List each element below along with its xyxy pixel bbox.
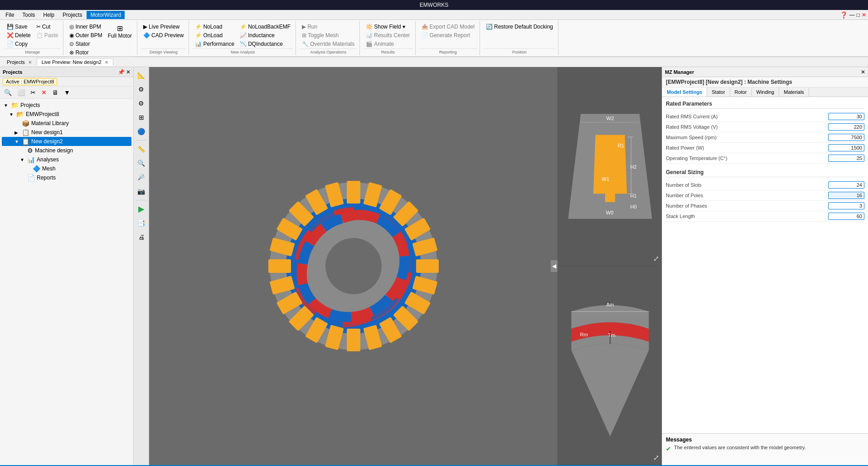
vtool-grid[interactable]: ⊞ [135, 111, 148, 124]
menu-motorwizard[interactable]: MotorWizard [87, 11, 125, 19]
show-field-button[interactable]: 🔆Show Field ▾ [364, 23, 412, 31]
panel-more-btn[interactable]: ▼ [62, 88, 73, 97]
expand-analyses[interactable]: ▼ [20, 157, 25, 162]
left-panel-pin[interactable]: 📌 [118, 69, 125, 75]
tree-new-design2[interactable]: ▼ 📋 New design2 [2, 137, 131, 146]
tree-material-library[interactable]: 📦 Material Library [2, 119, 131, 128]
mz-tab-winding[interactable]: Winding [752, 87, 780, 97]
left-panel-toolbar: 🔍 ⬜ ✂ ✕ 🖥 ▼ [0, 87, 133, 99]
tab-projects-close[interactable]: ✕ [28, 60, 32, 65]
mz-tab-model-settings[interactable]: Model Settings [662, 87, 707, 97]
export-cad-button[interactable]: 📤Export CAD Model [419, 23, 477, 31]
menu-file[interactable]: File [2, 11, 18, 19]
tree-emwproject8[interactable]: ▼ 📂 EMWProject8 [2, 110, 131, 119]
paste-button[interactable]: 📋Paste [34, 31, 61, 39]
outer-bpm-button[interactable]: ◉Outer BPM [67, 31, 104, 39]
stack-length-value[interactable] [828, 213, 864, 220]
reports-icon: 📄 [27, 174, 35, 181]
restore-docking-button[interactable]: 🔄Restore Default Docking [484, 23, 555, 31]
mz-content: Rated Parameters Rated RMS Current (A) R… [662, 97, 868, 433]
rated-current-value[interactable] [828, 113, 864, 120]
vtool-settings2[interactable]: ⚙ [135, 97, 148, 110]
expand-emwproject8[interactable]: ▼ [9, 112, 15, 117]
performance-button[interactable]: 📊Performance [193, 40, 237, 48]
rated-voltage-value[interactable] [828, 123, 864, 131]
mz-tab-stator[interactable]: Stator [707, 87, 730, 97]
num-phases-value[interactable] [828, 202, 864, 209]
tree-new-design1[interactable]: ▶ 📋 New design1 [2, 128, 131, 137]
tree-reports[interactable]: 📄 Reports [2, 173, 131, 182]
tree-projects-root[interactable]: ▼ 📁 Projects [2, 101, 131, 110]
animate-button[interactable]: 🎬Animate [364, 40, 412, 48]
minimize-icon[interactable]: — [849, 12, 855, 18]
full-motor-button[interactable]: ⊞Full Motor [106, 23, 134, 40]
close-icon[interactable]: ✕ [862, 12, 866, 18]
max-speed-value[interactable] [828, 134, 864, 141]
results-center-button[interactable]: 📊Results Center [364, 31, 412, 39]
save-button[interactable]: 💾Save [5, 23, 33, 31]
num-slots-value[interactable] [828, 181, 864, 189]
rated-power-value[interactable] [828, 144, 864, 151]
svg-text:W0: W0 [606, 210, 613, 215]
noload-button[interactable]: ⚡NoLoad [193, 23, 237, 31]
param-row-slots: Number of Slots [666, 180, 864, 190]
menu-projects[interactable]: Projects [59, 11, 86, 19]
override-materials-button[interactable]: 🔧Override Materials [300, 40, 357, 48]
copy-button[interactable]: 📄Copy [5, 40, 33, 48]
expand-new-design1[interactable]: ▶ [15, 130, 20, 135]
tree-mesh[interactable]: 🔷 Mesh [2, 164, 131, 173]
tree-machine-design[interactable]: ⚙ Machine design [2, 146, 131, 155]
tab-live-preview-close[interactable]: ✕ [105, 60, 108, 65]
inner-bpm-button[interactable]: ◎Inner BPM [67, 23, 104, 31]
left-panel-close[interactable]: ✕ [126, 69, 131, 75]
tree-analyses[interactable]: ▼ 📊 Analyses [2, 155, 131, 164]
vtool-print[interactable]: 🖨 [135, 231, 148, 243]
message-success-icon: ✔ [666, 445, 671, 452]
live-preview-button[interactable]: ▶Live Preview [141, 23, 186, 31]
vtool-measure[interactable]: 📐 [135, 69, 148, 82]
toggle-mesh-button[interactable]: ⊞Toggle Mesh [300, 31, 357, 39]
vtool-play[interactable]: ▶ [135, 203, 148, 215]
mz-tab-rotor[interactable]: Rotor [730, 87, 752, 97]
panel-delete-btn[interactable]: ✕ [39, 88, 49, 97]
expand-rotor-preview[interactable]: ⤢ [653, 453, 659, 462]
maximize-icon[interactable]: □ [857, 12, 860, 18]
menu-tools[interactable]: Tools [19, 11, 39, 19]
tab-projects[interactable]: Projects ✕ [2, 58, 37, 66]
expand-projects[interactable]: ▼ [4, 103, 9, 108]
vtool-dimension[interactable]: 📏 [135, 143, 148, 155]
generate-report-button[interactable]: 📄Generate Report [419, 31, 477, 39]
noloadbackemf-button[interactable]: ⚡NoLoadBackEMF [238, 23, 293, 31]
panel-new-btn[interactable]: ⬜ [15, 88, 27, 97]
expand-new-design2[interactable]: ▼ [15, 139, 20, 144]
cad-preview-button[interactable]: 🔷CAD Preview [141, 31, 186, 39]
vtool-page[interactable]: 📑 [135, 217, 148, 229]
tab-live-preview[interactable]: Live Preview: New design2 ✕ [37, 58, 113, 66]
delete-button[interactable]: ❌Delete [5, 31, 33, 39]
stator-button[interactable]: ⊙Stator [67, 40, 104, 48]
panel-cut-btn[interactable]: ✂ [28, 88, 38, 97]
vtool-zoom-in[interactable]: 🔍 [135, 157, 148, 170]
dqinductance-button[interactable]: 📉DQInductance [238, 40, 293, 48]
mz-title: [EMWProject8] [New design2] : Machine Se… [662, 77, 868, 87]
mz-manager-close[interactable]: ✕ [861, 69, 865, 75]
vtool-color[interactable]: 🔵 [135, 125, 148, 138]
rotor-button[interactable]: ⊗Rotor [67, 49, 104, 57]
vtool-settings1[interactable]: ⚙ [135, 83, 148, 96]
collapse-previews-btn[interactable]: ◀ [551, 260, 558, 272]
expand-stator-preview[interactable]: ⤢ [653, 254, 659, 263]
vtool-capture[interactable]: 📷 [135, 185, 148, 198]
svg-rect-26 [268, 259, 291, 273]
operating-temp-value[interactable] [828, 155, 864, 162]
inductance-button[interactable]: 📈Inductance [238, 31, 293, 39]
mz-tab-materials[interactable]: Materials [779, 87, 809, 97]
panel-display-btn[interactable]: 🖥 [50, 88, 61, 97]
run-button[interactable]: ▶Run [300, 23, 357, 31]
menu-help[interactable]: Help [39, 11, 58, 19]
onload-button[interactable]: ⚡OnLoad [193, 31, 237, 39]
cut-button[interactable]: ✂Cut [34, 23, 61, 31]
help-icon[interactable]: ❓ [840, 11, 848, 19]
panel-search-btn[interactable]: 🔍 [2, 88, 14, 97]
num-poles-value[interactable] [828, 192, 864, 199]
vtool-zoom-out[interactable]: 🔎 [135, 171, 148, 184]
